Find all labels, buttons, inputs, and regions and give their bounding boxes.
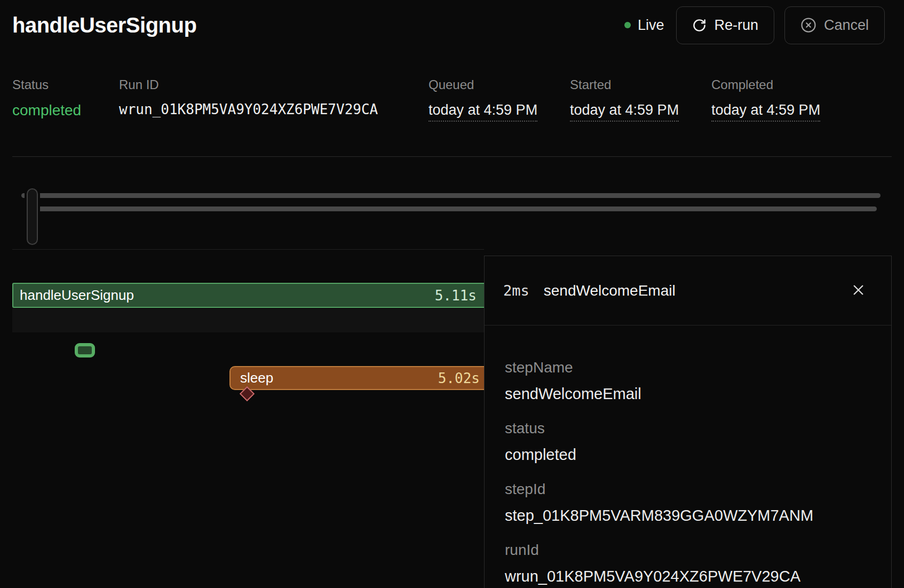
meta-started-label: Started — [570, 77, 679, 92]
minimap-span-sleep — [33, 206, 877, 211]
page-title: handleUserSignup — [12, 13, 196, 37]
field-stepId-value: step_01K8PM5VARM839GGA0WZYM7ANM — [505, 506, 871, 525]
close-panel-button[interactable] — [846, 279, 870, 303]
close-icon — [850, 282, 867, 300]
step-detail-panel: 2ms sendWelcomeEmail stepName sendWelcom… — [484, 256, 892, 588]
meta-run-id: Run ID wrun_01K8PM5VA9Y024XZ6PWE7V29CA — [119, 77, 378, 118]
status-badge: completed — [12, 101, 81, 120]
step-detail-body: stepName sendWelcomeEmail status complet… — [485, 325, 891, 586]
field-status-value: completed — [505, 445, 871, 464]
cancel-button-label: Cancel — [824, 17, 869, 34]
meta-queued-label: Queued — [429, 77, 537, 92]
completed-time[interactable]: today at 4:59 PM — [711, 101, 820, 122]
refresh-icon — [692, 18, 707, 33]
step-title: sendWelcomeEmail — [544, 282, 676, 299]
rerun-button-label: Re-run — [714, 17, 758, 34]
meta-completed-label: Completed — [711, 77, 820, 92]
live-indicator: Live — [624, 17, 664, 34]
header: handleUserSignup Live Re-run — [12, 0, 885, 50]
field-status-label: status — [505, 419, 871, 438]
meta-completed: Completed today at 4:59 PM — [711, 77, 820, 122]
meta-run-id-label: Run ID — [119, 77, 378, 92]
gantt-grid-line — [12, 249, 484, 250]
span-bar-sendWelcomeEmail[interactable] — [75, 343, 95, 357]
meta-queued: Queued today at 4:59 PM — [429, 77, 537, 122]
minimap-span-workflow — [21, 193, 881, 198]
live-label: Live — [638, 17, 664, 34]
circle-x-icon — [800, 17, 816, 33]
step-duration: 2ms — [503, 282, 529, 299]
step-detail-header: 2ms sendWelcomeEmail — [485, 256, 891, 325]
field-runId-label: runId — [505, 541, 871, 559]
live-dot-icon — [624, 22, 631, 28]
gantt-row-highlight — [12, 308, 484, 332]
span-bar-sleep[interactable]: sleep 5.02s — [229, 366, 484, 390]
field-stepId-label: stepId — [505, 480, 871, 498]
span-duration: 5.02s — [438, 370, 480, 386]
field-runId-value: wrun_01K8PM5VA9Y024XZ6PWE7V29CA — [505, 567, 871, 586]
minimap-brush-handle[interactable] — [27, 188, 38, 245]
meta-status: Status completed — [12, 77, 81, 120]
span-duration: 5.11s — [435, 288, 477, 304]
span-label: handleUserSignup — [20, 287, 134, 304]
field-stepName-value: sendWelcomeEmail — [505, 384, 871, 403]
header-actions: Live Re-run Cancel — [624, 6, 885, 44]
run-id-value: wrun_01K8PM5VA9Y024XZ6PWE7V29CA — [119, 101, 378, 118]
started-time[interactable]: today at 4:59 PM — [570, 101, 679, 122]
workflow-run-page: handleUserSignup Live Re-run — [0, 0, 904, 588]
queued-time[interactable]: today at 4:59 PM — [429, 101, 537, 122]
rerun-button[interactable]: Re-run — [676, 6, 774, 44]
span-bar-handleUserSignup[interactable]: handleUserSignup 5.11s — [12, 283, 484, 308]
field-stepName-label: stepName — [505, 359, 871, 377]
section-divider — [12, 156, 892, 157]
meta-started: Started today at 4:59 PM — [570, 77, 679, 122]
cancel-button[interactable]: Cancel — [784, 6, 885, 44]
meta-status-label: Status — [12, 77, 81, 92]
span-label: sleep — [240, 370, 273, 386]
